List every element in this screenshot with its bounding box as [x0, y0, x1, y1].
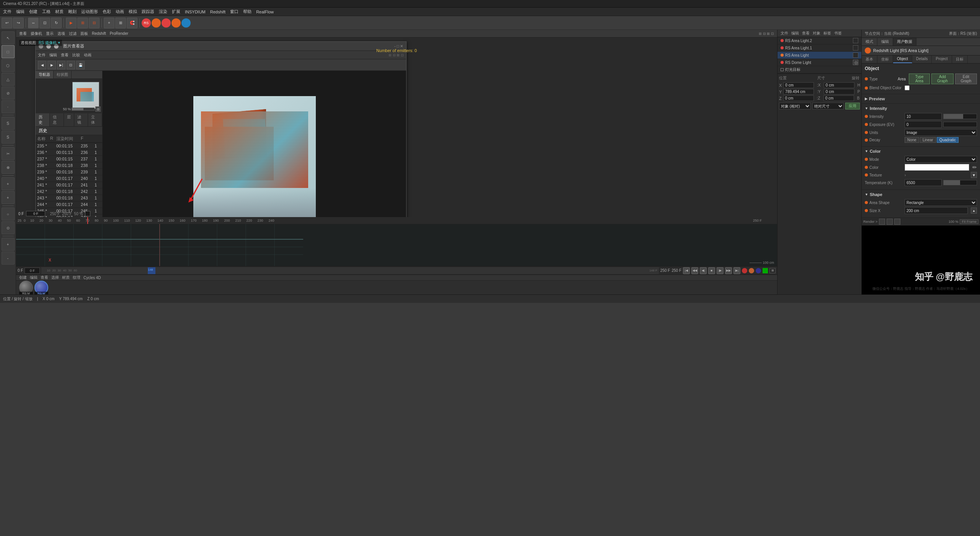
rw-prev-btn[interactable]: ◀ — [38, 61, 46, 69]
step-fwd[interactable]: |▶ — [717, 267, 724, 274]
paint-tool[interactable]: S — [2, 131, 15, 144]
ty-size-input[interactable] — [824, 89, 854, 95]
menu-create[interactable]: 创建 — [29, 9, 38, 15]
edge-select[interactable]: ⊘ — [2, 87, 15, 100]
menu-sculpt[interactable]: 雕刻 — [68, 9, 77, 15]
timeline-ruler[interactable]: 10 20 30 40 50 60 148 148 F — [41, 267, 658, 274]
mat-menu-view[interactable]: 查看 — [41, 275, 48, 280]
decay-linear-btn[interactable]: Linear — [920, 137, 936, 143]
step-back[interactable]: ◀| — [700, 267, 707, 274]
rwm-edit[interactable]: 编辑 — [49, 52, 57, 58]
point-select[interactable]: · — [2, 100, 15, 113]
viewport[interactable]: 透视视图 RS 摄像机 ✦ Number of emitters: 0 图片查看… — [16, 38, 777, 266]
poly-select[interactable]: △ — [2, 73, 15, 86]
mat-menu-edit[interactable]: 编辑 — [30, 275, 38, 280]
vp-menu-panel[interactable]: 面板 — [80, 31, 88, 36]
menu-track[interactable]: 跟踪器 — [142, 9, 154, 15]
redo-btn[interactable]: ↪ — [13, 18, 24, 28]
vp-frame-input[interactable]: 0 F — [26, 211, 45, 216]
rs-sizex-input[interactable] — [905, 207, 968, 214]
decay-none-btn[interactable]: None — [905, 137, 919, 143]
rs-ptab-details[interactable]: Details — [912, 56, 932, 63]
menu-realflow[interactable]: RealFlow — [256, 10, 274, 14]
menu-redshift[interactable]: Redshift — [210, 10, 225, 14]
menu-extend[interactable]: 扩展 — [172, 9, 180, 15]
htab-history[interactable]: 历史 — [36, 113, 50, 126]
snap-btn[interactable]: 🧲 — [127, 18, 137, 28]
history-row-244[interactable]: 244 * 00:01:17 244 1 — [36, 201, 102, 208]
light-visibility-2[interactable] — [853, 45, 858, 51]
zoom-in[interactable]: + — [2, 238, 15, 251]
history-row-236[interactable]: 236 * 00:01:13 236 1 — [36, 149, 102, 156]
menu-animate[interactable]: 动画 — [116, 9, 124, 15]
record-manual-btn[interactable] — [756, 268, 761, 273]
rs-intensity-title[interactable]: ▼ Intensity — [865, 106, 977, 111]
rotate-tool[interactable]: ↻ — [51, 18, 62, 28]
rvp-btn-3[interactable] — [894, 219, 900, 225]
mat-menu-cycles[interactable]: Cycles 4D — [83, 276, 101, 280]
menu-help[interactable]: 帮助 — [243, 9, 252, 15]
rw-save-btn[interactable]: 💾 — [76, 61, 85, 69]
rs-btn-2[interactable] — [152, 18, 161, 28]
vp-menu-filter[interactable]: 过滤 — [69, 31, 77, 36]
rs-btn-5[interactable] — [181, 18, 191, 28]
mat-menu-texture[interactable]: 纹理 — [73, 275, 80, 280]
menu-render[interactable]: 渲染 — [159, 9, 167, 15]
light-item-rs-area[interactable]: RS Area Light — [777, 52, 861, 59]
color-picker-icon[interactable]: ✏ — [972, 164, 977, 170]
record-auto-btn[interactable] — [749, 268, 754, 273]
select-tool[interactable]: □ — [2, 45, 15, 58]
render-btn[interactable]: ▶ — [66, 18, 77, 28]
history-row-240[interactable]: 240 * 00:01:17 240 1 — [36, 175, 102, 182]
render-progress-indicator[interactable] — [763, 268, 768, 273]
rs-ptab-coord[interactable]: 坐标 — [877, 56, 893, 63]
history-row-241[interactable]: 241 * 00:01:17 241 1 — [36, 182, 102, 188]
rs-exposure-slider[interactable] — [943, 122, 977, 127]
light-item-rs-area-2[interactable]: RS Area Light.2 — [777, 37, 861, 44]
menu-insydium[interactable]: INSYDIUM — [185, 10, 206, 14]
nav-tab-navigator[interactable]: 导航器 — [36, 71, 54, 78]
render-region-btn[interactable]: ⊞ — [77, 18, 88, 28]
rs-intensity-slider[interactable] — [943, 114, 977, 119]
tx-input[interactable] — [783, 82, 814, 88]
rwm-animate[interactable]: 动画 — [84, 52, 91, 58]
menu-window[interactable]: 窗口 — [230, 9, 238, 15]
rs-temp-slider[interactable] — [943, 180, 977, 185]
light-item-target[interactable]: 灯光目标 — [777, 66, 861, 74]
tx-size-input[interactable] — [824, 82, 854, 88]
vp-menu-view[interactable]: 查看 — [19, 31, 27, 36]
vp-menu-redshift[interactable]: Redshift — [92, 31, 106, 36]
htab-stereo[interactable]: 立体 — [88, 113, 102, 126]
light-visibility-1[interactable] — [853, 38, 858, 43]
rwm-compare[interactable]: 比较 — [72, 52, 80, 58]
rs-shape-title[interactable]: ▼ Shape — [865, 192, 977, 197]
rs-ptab-basic[interactable]: 基本 — [862, 56, 877, 63]
render-vp-mode[interactable]: Render > — [863, 220, 877, 224]
extrude-tool[interactable]: ⊕ — [2, 161, 15, 174]
rs-color-title[interactable]: ▼ Color — [865, 149, 977, 154]
history-row-243[interactable]: 243 * 00:01:18 243 1 — [36, 195, 102, 201]
rvp-fitframe[interactable]: Fit Frame — [960, 219, 978, 224]
light-item-rs-dome[interactable]: RS Dome Light — [777, 59, 861, 66]
rvp-btn-2[interactable] — [887, 219, 893, 225]
grid-btn[interactable]: ⊞ — [115, 18, 126, 28]
vp-menu-display[interactable]: 显示 — [46, 31, 54, 36]
nav-tab-histogram[interactable]: 柱状图 — [54, 71, 72, 78]
htab-info[interactable]: 信息 — [50, 113, 64, 126]
light-visibility-4[interactable] — [853, 60, 858, 65]
light-item-rs-area-1[interactable]: RS Area Light.1 — [777, 44, 861, 52]
vp-menu-prorender[interactable]: ProRender — [110, 31, 128, 36]
tz-size-input[interactable] — [823, 95, 854, 101]
add-graph-button[interactable]: Add Graph — [931, 74, 954, 84]
obj-menu-tag[interactable]: 标签 — [823, 31, 831, 36]
knife-tool[interactable]: ✂ — [2, 147, 15, 160]
type-area-button[interactable]: Type Area — [909, 74, 930, 84]
menu-material[interactable]: 材质 — [55, 9, 64, 15]
undo-btn[interactable]: ↩ — [2, 18, 12, 28]
menu-simulate[interactable]: 模拟 — [129, 9, 137, 15]
sizex-stepper[interactable]: ▲ — [971, 208, 977, 214]
history-row-237[interactable]: 237 * 00:01:15 237 1 — [36, 156, 102, 162]
play-to-end[interactable]: ▶| — [733, 267, 740, 274]
rs-units-select[interactable]: Image — [905, 129, 977, 136]
coord-mode-select[interactable]: 对象 (相对) — [779, 103, 811, 109]
